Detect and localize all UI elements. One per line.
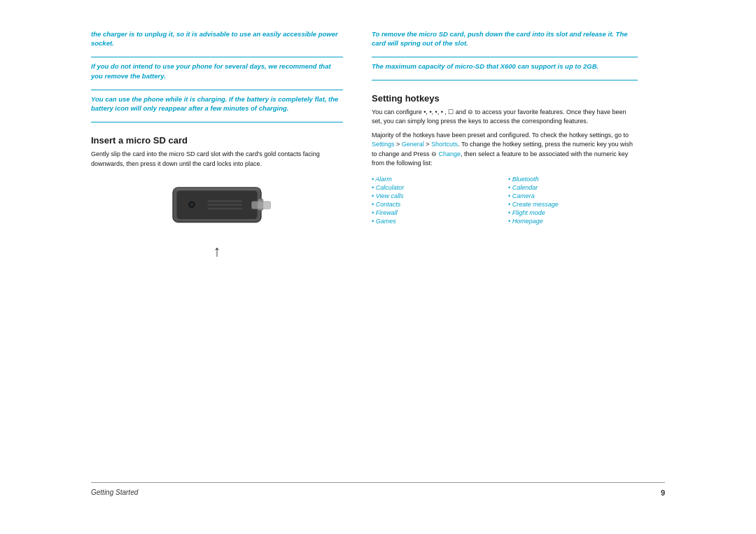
svg-rect-7 — [208, 204, 243, 206]
content-area: the charger is to unplug it, so it is ad… — [91, 29, 665, 505]
right-column: To remove the micro SD card, push down t… — [358, 29, 638, 505]
page-footer: Getting Started 9 — [91, 489, 665, 497]
bullet-flight-mode: Flight mode — [508, 209, 638, 216]
hotkey-feature-list: Alarm Bluetooth Calculator Calendar View… — [372, 176, 638, 225]
arrow-up-icon: ↑ — [214, 242, 221, 260]
left-note-3: You can use the phone while it is chargi… — [91, 94, 343, 114]
footer-section-name: Getting Started — [91, 489, 138, 496]
left-note-1: the charger is to unplug it, so it is ad… — [91, 29, 343, 49]
bullet-bluetooth: Bluetooth — [508, 176, 638, 183]
bullet-games: Games — [372, 218, 501, 225]
bullet-homepage: Homepage — [508, 218, 638, 225]
bullet-firewall: Firewall — [372, 209, 501, 216]
bullet-create-message: Create message — [508, 201, 638, 208]
right-note-2: The maximum capacity of micro-SD that X6… — [372, 62, 638, 71]
svg-rect-8 — [208, 208, 243, 210]
svg-rect-10 — [252, 202, 271, 209]
bullet-camera: Camera — [508, 192, 638, 199]
phone-image-area: ↑ — [91, 180, 343, 260]
left-column: the charger is to unplug it, so it is ad… — [91, 29, 357, 505]
divider-3 — [91, 122, 343, 122]
divider-5 — [372, 80, 638, 80]
right-note-1: To remove the micro SD card, push down t… — [372, 29, 638, 49]
page: the charger is to unplug it, so it is ad… — [0, 0, 756, 534]
footer-divider — [91, 482, 665, 483]
hotkeys-majority: Majority of the hotkeys have been preset… — [372, 131, 638, 169]
svg-rect-9 — [173, 188, 261, 190]
bullet-calendar: Calendar — [508, 184, 638, 191]
hotkeys-intro: You can configure •, •, •, • , ☐ and ⊖ t… — [372, 108, 638, 127]
insert-sd-heading: Insert a micro SD card — [91, 135, 343, 146]
divider-1 — [91, 57, 343, 57]
svg-rect-6 — [208, 200, 243, 202]
footer-page-number: 9 — [661, 489, 665, 497]
insert-sd-body: Gently slip the card into the micro SD c… — [91, 150, 343, 169]
bullet-contacts: Contacts — [372, 201, 501, 208]
phone-illustration — [154, 180, 280, 239]
divider-2 — [91, 90, 343, 90]
svg-point-5 — [190, 204, 193, 206]
divider-4 — [372, 57, 638, 57]
bullet-view-calls: View calls — [372, 192, 501, 199]
setting-hotkeys-heading: Setting hotkeys — [372, 93, 638, 104]
bullet-calculator: Calculator — [372, 184, 501, 191]
left-note-2: If you do not intend to use your phone f… — [91, 62, 343, 81]
bullet-alarm: Alarm — [372, 176, 501, 183]
